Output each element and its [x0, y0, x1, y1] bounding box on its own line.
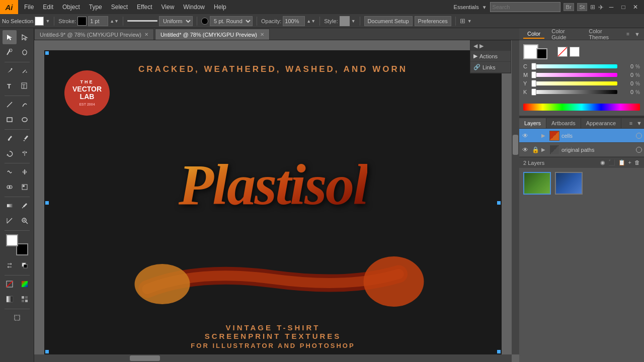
layers-tab[interactable]: Layers — [519, 118, 546, 128]
actions-row[interactable]: ▶ Actions — [470, 51, 511, 62]
arrange-icon2[interactable]: ⊞ — [460, 17, 465, 25]
dropdown-arrow[interactable]: ▼ — [45, 19, 50, 24]
stroke-cap-select[interactable]: 5 pt. Round — [210, 16, 253, 26]
maximize-button[interactable]: □ — [619, 3, 628, 12]
document-setup-button[interactable]: Document Setup — [364, 16, 413, 26]
make-sublayer-icon[interactable]: ⬛ — [608, 159, 615, 166]
horizontal-scroll-thumb[interactable] — [130, 355, 160, 361]
paths-lock-icon[interactable]: 🔒 — [531, 146, 539, 153]
fill-swatch[interactable] — [35, 17, 44, 26]
menu-object[interactable]: Object — [58, 3, 84, 12]
horizontal-scrollbar[interactable] — [34, 354, 512, 362]
collapse-icon[interactable]: ◀ — [473, 43, 477, 49]
toggle-visibility-icon[interactable]: ◉ — [600, 159, 605, 166]
measure-tool[interactable] — [3, 214, 17, 228]
tab-1[interactable]: Untitled* @ 78% (CMYK/GPU Preview) ✕ — [155, 29, 270, 40]
menu-help[interactable]: Help — [210, 3, 230, 12]
stock-btn[interactable]: St — [577, 3, 587, 11]
none-swatch[interactable] — [557, 47, 568, 57]
workspace-dropdown-icon[interactable]: ▼ — [482, 5, 487, 10]
color-spectrum-bar[interactable] — [523, 104, 640, 111]
black-slider[interactable] — [531, 90, 617, 94]
gradient-tool[interactable] — [3, 199, 17, 213]
layers-panel-menu[interactable]: ▼ — [634, 118, 644, 128]
pencil-tool[interactable] — [18, 131, 32, 145]
paths-visibility-icon[interactable]: 👁 — [521, 146, 529, 153]
close-button[interactable]: ✕ — [631, 3, 640, 12]
magenta-slider[interactable] — [531, 73, 617, 77]
rotate-tool[interactable] — [3, 146, 17, 160]
layers-panel-collapse[interactable]: ≡ — [627, 118, 634, 128]
pen-tool[interactable] — [3, 64, 17, 78]
foreground-color-swatch[interactable] — [6, 234, 18, 246]
color-themes-tab[interactable]: Color Themes — [585, 27, 623, 41]
cells-target-circle[interactable] — [636, 133, 642, 139]
paths-expand-arrow[interactable]: ▶ — [541, 147, 547, 152]
live-paint-tool[interactable] — [18, 180, 32, 194]
paths-target-circle[interactable] — [636, 147, 642, 153]
line-segment-tool[interactable] — [3, 98, 17, 112]
tab-0[interactable]: Untitled-9* @ 78% (CMYK/GPU Preview) ✕ — [34, 29, 154, 40]
width-tool[interactable] — [18, 165, 32, 179]
yellow-slider[interactable] — [531, 81, 617, 85]
stroke-weight-input[interactable] — [88, 16, 108, 26]
color-icon[interactable] — [18, 277, 32, 291]
magic-wand-tool[interactable] — [3, 45, 17, 59]
style-arrow[interactable]: ▼ — [351, 19, 356, 24]
white-swatch[interactable] — [570, 47, 580, 57]
color-tab[interactable]: Color — [523, 30, 544, 39]
sync-icon[interactable]: ✈ — [598, 4, 604, 11]
menu-window[interactable]: Window — [179, 3, 209, 12]
zoom-tool[interactable] — [18, 214, 32, 228]
arrange-icon[interactable]: ⊞ — [590, 4, 595, 11]
pattern-icon[interactable] — [18, 292, 32, 306]
tab-0-close[interactable]: ✕ — [144, 32, 148, 37]
stroke-swatch[interactable] — [77, 17, 87, 26]
layer-thumb-blue[interactable] — [555, 172, 583, 195]
area-type-tool[interactable]: T — [18, 79, 32, 93]
tab-1-close[interactable]: ✕ — [260, 32, 264, 37]
bridge-btn[interactable]: Br — [564, 3, 574, 11]
stroke-type-select[interactable]: Uniform — [159, 16, 193, 26]
menu-edit[interactable]: Edit — [39, 3, 57, 12]
selection-tool[interactable] — [3, 30, 17, 44]
move-to-layer-icon[interactable]: 📋 — [618, 159, 625, 166]
minimize-button[interactable]: ─ — [607, 3, 616, 12]
stroke-arrows[interactable]: ▲▼ — [110, 19, 119, 24]
appearance-tab[interactable]: Appearance — [581, 118, 621, 128]
direct-selection-tool[interactable] — [18, 30, 32, 44]
ellipse-tool[interactable] — [18, 113, 32, 127]
background-color-box[interactable] — [536, 48, 547, 59]
gradient-icon[interactable] — [3, 292, 17, 306]
opacity-arrows[interactable]: ▲▼ — [306, 19, 315, 24]
paintbrush-tool[interactable] — [3, 131, 17, 145]
none-icon[interactable] — [3, 277, 17, 291]
reflect-tool[interactable] — [18, 146, 32, 160]
artboard-tool[interactable] — [10, 311, 24, 325]
cyan-slider[interactable] — [531, 64, 617, 68]
color-panel-menu[interactable]: ▼ — [634, 31, 640, 37]
cells-expand-arrow[interactable]: ▶ — [541, 133, 547, 138]
opacity-input[interactable] — [283, 16, 305, 26]
cells-visibility-icon[interactable]: 👁 — [521, 132, 529, 139]
layer-thumb-green[interactable] — [523, 172, 551, 195]
menu-view[interactable]: View — [157, 3, 179, 12]
search-input[interactable] — [490, 2, 560, 12]
swap-colors-icon[interactable] — [3, 258, 17, 273]
color-guide-tab[interactable]: Color Guide — [547, 27, 582, 41]
style-swatch[interactable] — [340, 16, 350, 26]
menu-file[interactable]: File — [20, 3, 38, 12]
layer-row-cells[interactable]: 👁 🔒 ▶ cells — [519, 129, 644, 143]
type-tool[interactable]: T — [3, 79, 17, 93]
rectangle-tool[interactable] — [3, 113, 17, 127]
eyedropper-tool[interactable] — [18, 199, 32, 213]
warp-tool[interactable] — [3, 165, 17, 179]
expand-icon[interactable]: ▶ — [479, 43, 484, 49]
add-anchor-tool[interactable]: + — [18, 64, 32, 78]
layer-row-paths[interactable]: 👁 🔒 ▶ original paths — [519, 143, 644, 157]
preferences-button[interactable]: Preferences — [415, 16, 451, 26]
menu-effect[interactable]: Effect — [133, 3, 156, 12]
links-row[interactable]: 🔗 Links — [470, 62, 511, 73]
vertical-scroll-thumb[interactable] — [513, 135, 518, 155]
menu-select[interactable]: Select — [107, 3, 132, 12]
